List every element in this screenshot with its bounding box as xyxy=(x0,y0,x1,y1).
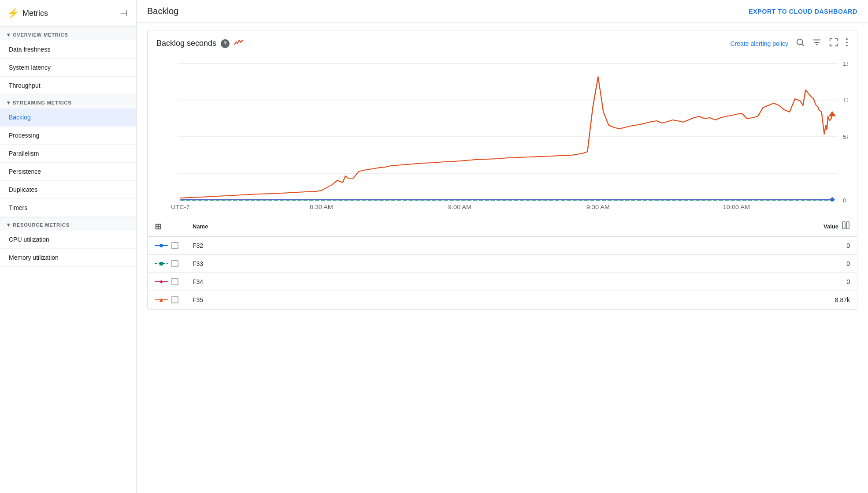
value-column-header: Value xyxy=(804,217,857,236)
grid-view-icon[interactable]: ⊞ xyxy=(155,222,161,232)
overview-chevron-icon: ▾ xyxy=(7,32,10,38)
search-icon[interactable] xyxy=(795,37,805,49)
resource-chevron-icon: ▾ xyxy=(7,222,10,228)
sidebar-item-throughput[interactable]: Throughput xyxy=(0,77,136,95)
filter-icon[interactable] xyxy=(812,37,822,49)
sidebar-item-system-latency[interactable]: System latency xyxy=(0,59,136,77)
svg-text:10:00 AM: 10:00 AM xyxy=(723,204,750,210)
backlog-chart[interactable]: 15k 10k 5k 0 UTC-7 8:30 AM 9:00 AM 9:30 … xyxy=(156,55,848,213)
create-alerting-policy-link[interactable]: Create alerting policy xyxy=(730,40,788,47)
more-options-icon[interactable] xyxy=(846,37,848,49)
legend-icon-cell-f34 xyxy=(148,273,185,291)
sidebar-item-data-freshness[interactable]: Data freshness xyxy=(0,41,136,59)
chart-container: Backlog seconds ? Create alerting policy xyxy=(137,23,868,493)
legend-icon-cell-f35 xyxy=(148,291,185,309)
chart-title: Backlog seconds xyxy=(156,39,216,48)
chart-svg-wrapper: 15k 10k 5k 0 UTC-7 8:30 AM 9:00 AM 9:30 … xyxy=(148,55,857,213)
table-row: F34 0 xyxy=(148,273,857,291)
chart-card: Backlog seconds ? Create alerting policy xyxy=(147,30,857,310)
legend-checkbox-header: ⊞ xyxy=(148,217,185,236)
sidebar-item-duplicates[interactable]: Duplicates xyxy=(0,181,136,199)
section-header-overview: ▾ OVERVIEW METRICS xyxy=(0,27,136,41)
svg-point-27 xyxy=(830,198,835,202)
svg-text:8:30 AM: 8:30 AM xyxy=(310,204,333,210)
table-row: F35 8.87k xyxy=(148,291,857,309)
row-name-f32: F32 xyxy=(185,236,804,255)
row-name-f34: F34 xyxy=(185,273,804,291)
legend-table: ⊞ Name Value xyxy=(148,217,857,309)
svg-point-32 xyxy=(160,244,163,247)
row-value-f34: 0 xyxy=(804,273,857,291)
streaming-section-label: STREAMING METRICS xyxy=(13,100,72,105)
row-name-f35: F35 xyxy=(185,291,804,309)
row-value-f33: 0 xyxy=(804,255,857,273)
sidebar-item-memory-utilization[interactable]: Memory utilization xyxy=(0,249,136,267)
svg-rect-30 xyxy=(846,222,849,229)
legend-icon-cell-f33 xyxy=(148,255,185,273)
column-toggle-icon[interactable] xyxy=(842,221,850,232)
resource-section-label: RESOURCE METRICS xyxy=(13,222,70,228)
svg-point-7 xyxy=(846,41,848,43)
row-name-f33: F33 xyxy=(185,255,804,273)
svg-line-2 xyxy=(802,44,804,46)
chart-header: Backlog seconds ? Create alerting policy xyxy=(148,30,857,55)
sidebar-item-backlog[interactable]: Backlog xyxy=(0,108,136,127)
main-header: Backlog EXPORT TO CLOUD DASHBOARD xyxy=(137,0,868,23)
svg-rect-29 xyxy=(842,222,845,229)
svg-text:10k: 10k xyxy=(843,97,848,104)
page-title: Backlog xyxy=(147,6,178,16)
row-checkbox-f34[interactable] xyxy=(171,278,178,285)
svg-marker-36 xyxy=(160,280,163,284)
row-checkbox-f35[interactable] xyxy=(171,296,178,303)
svg-text:0: 0 xyxy=(843,198,846,204)
export-button[interactable]: EXPORT TO CLOUD DASHBOARD xyxy=(749,8,857,15)
legend-icon-cell-f32 xyxy=(148,236,185,255)
svg-text:9:00 AM: 9:00 AM xyxy=(448,204,471,210)
svg-marker-23 xyxy=(828,111,836,116)
sidebar-logo: ⚡ Metrics xyxy=(7,7,118,19)
logo-icon: ⚡ xyxy=(7,7,19,19)
sidebar-header: ⚡ Metrics ⊣ xyxy=(0,0,136,27)
table-row: F32 0 xyxy=(148,236,857,255)
section-header-resource: ▾ RESOURCE METRICS xyxy=(0,217,136,231)
overview-section-label: OVERVIEW METRICS xyxy=(13,32,68,37)
sidebar-title: Metrics xyxy=(22,9,48,18)
svg-text:9:30 AM: 9:30 AM xyxy=(586,204,610,210)
chart-header-actions: Create alerting policy xyxy=(730,37,848,49)
svg-text:5k: 5k xyxy=(843,134,848,140)
row-value-f32: 0 xyxy=(804,236,857,255)
section-header-streaming: ▾ STREAMING METRICS xyxy=(0,95,136,108)
row-checkbox-f32[interactable] xyxy=(171,242,178,249)
sidebar-item-timers[interactable]: Timers xyxy=(0,199,136,217)
svg-text:15k: 15k xyxy=(843,61,848,67)
svg-text:UTC-7: UTC-7 xyxy=(171,204,190,210)
sidebar-item-processing[interactable]: Processing xyxy=(0,127,136,145)
svg-point-0 xyxy=(241,40,243,41)
sidebar-collapse-button[interactable]: ⊣ xyxy=(118,6,129,20)
metrics-explorer-icon[interactable] xyxy=(234,38,244,49)
svg-rect-34 xyxy=(160,262,163,265)
sidebar-item-cpu-utilization[interactable]: CPU utilization xyxy=(0,231,136,249)
sidebar-item-persistence[interactable]: Persistence xyxy=(0,163,136,181)
name-column-header: Name xyxy=(185,217,804,236)
svg-point-6 xyxy=(846,38,848,40)
svg-point-8 xyxy=(846,45,848,47)
table-row: F33 0 xyxy=(148,255,857,273)
sidebar-item-parallelism[interactable]: Parallelism xyxy=(0,145,136,163)
row-checkbox-f33[interactable] xyxy=(171,260,178,267)
main-content: Backlog EXPORT TO CLOUD DASHBOARD Backlo… xyxy=(137,0,868,493)
help-icon[interactable]: ? xyxy=(221,39,230,48)
streaming-chevron-icon: ▾ xyxy=(7,100,10,106)
sidebar: ⚡ Metrics ⊣ ▾ OVERVIEW METRICS Data fres… xyxy=(0,0,137,493)
row-value-f35: 8.87k xyxy=(804,291,857,309)
fullscreen-icon[interactable] xyxy=(829,37,838,49)
